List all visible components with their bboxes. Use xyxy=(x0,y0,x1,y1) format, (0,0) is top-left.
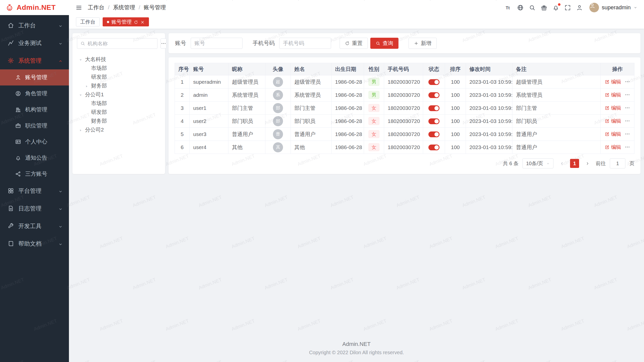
cell-phone: 18020030720 xyxy=(384,75,423,88)
account-input[interactable] xyxy=(191,38,243,49)
edit-button[interactable]: 编辑 xyxy=(605,144,621,151)
cell-gender: 女 xyxy=(364,128,384,141)
tree-more-button[interactable] xyxy=(160,38,167,49)
tree-node[interactable]: 研发部 xyxy=(77,108,160,116)
row-more-button[interactable] xyxy=(625,105,630,111)
phone-input[interactable] xyxy=(279,38,331,49)
edit-button[interactable]: 编辑 xyxy=(605,131,621,138)
theme-icon[interactable] xyxy=(541,4,547,11)
reset-button[interactable]: 重置 xyxy=(340,38,368,49)
menu-toggle-icon[interactable] xyxy=(75,4,82,11)
cell-avatar: 部 xyxy=(265,102,291,115)
search-button[interactable]: 查询 xyxy=(370,38,398,49)
row-more-button[interactable] xyxy=(625,118,630,124)
page-size-select[interactable]: 10条/页 xyxy=(522,158,553,168)
cell-account: user4 xyxy=(190,141,228,154)
status-toggle[interactable] xyxy=(428,145,439,150)
row-more-button[interactable] xyxy=(625,79,630,84)
cell-remark: 超级管理员 xyxy=(512,75,601,88)
next-page-button[interactable] xyxy=(583,159,592,168)
tools-icon xyxy=(8,223,14,229)
more-icon xyxy=(161,41,166,46)
status-toggle[interactable] xyxy=(428,92,439,98)
row-more-button[interactable] xyxy=(625,144,630,150)
sidebar-item-third-account[interactable]: 三方账号 xyxy=(0,166,69,182)
tree-search-row xyxy=(77,38,160,49)
cell-modified: 2023-01-03 10:59:44 xyxy=(466,102,512,115)
edit-button[interactable]: 编辑 xyxy=(605,92,621,98)
tree-node[interactable]: 大名科技 xyxy=(77,55,160,64)
breadcrumb-item[interactable]: 系统管理 xyxy=(113,4,135,11)
tree-node[interactable]: 市场部 xyxy=(77,64,160,72)
breadcrumb-item[interactable]: 工作台 xyxy=(88,4,104,11)
status-toggle[interactable] xyxy=(428,105,439,111)
caret-icon[interactable] xyxy=(79,57,85,62)
prev-page-button[interactable] xyxy=(557,159,566,168)
cell-status xyxy=(423,115,445,128)
user-icon xyxy=(15,74,21,80)
account-label: 账号 xyxy=(175,39,186,47)
status-toggle[interactable] xyxy=(428,131,439,137)
tree-node[interactable]: 财务部 xyxy=(77,81,160,90)
cell-gender: 男 xyxy=(364,88,384,102)
org-search-input[interactable] xyxy=(88,41,154,47)
tree-node[interactable]: 市场部 xyxy=(77,99,160,108)
tree-node[interactable]: 研发部 xyxy=(77,72,160,81)
logo-text: Admin.NET xyxy=(17,4,56,12)
row-more-button[interactable] xyxy=(625,92,630,98)
refresh-icon[interactable] xyxy=(134,20,138,24)
edit-button[interactable]: 编辑 xyxy=(605,78,621,85)
user-menu[interactable]: superadmin xyxy=(589,3,637,12)
cell-birth: 1986-06-28 xyxy=(332,75,364,88)
sidebar-item-account-manage[interactable]: 账号管理 xyxy=(0,69,69,85)
caret-icon[interactable] xyxy=(85,83,91,88)
org-tree-panel: 大名科技市场部研发部财务部分公司1市场部研发部财务部分公司2 xyxy=(72,33,165,174)
tab-account-manage[interactable]: 账号管理 xyxy=(103,17,149,26)
edit-button[interactable]: 编辑 xyxy=(605,105,621,111)
sidebar-item-business-test[interactable]: 业务测试 xyxy=(0,34,69,52)
font-size-icon[interactable]: Tt xyxy=(505,4,512,11)
sidebar-item-role-manage[interactable]: 角色管理 xyxy=(0,85,69,102)
footer: Admin.NET Copyright © 2022 Dilon All rig… xyxy=(72,336,640,362)
footer-copyright: Copyright © 2022 Dilon All rights reserv… xyxy=(72,350,640,355)
cell-ops: 编辑 xyxy=(601,102,634,115)
cell-index: 4 xyxy=(175,115,190,128)
sidebar-item-position-manage[interactable]: 职位管理 xyxy=(0,118,69,134)
caret-icon[interactable] xyxy=(79,92,85,97)
profile-icon[interactable] xyxy=(576,4,583,11)
sidebar-item-workbench[interactable]: 工作台 xyxy=(0,17,69,34)
language-icon[interactable] xyxy=(517,4,524,11)
search-icon[interactable] xyxy=(529,4,536,11)
tab-workbench[interactable]: 工作台 xyxy=(76,17,100,26)
org-icon xyxy=(15,107,21,113)
sidebar-item-system-manage[interactable]: 系统管理 xyxy=(0,52,69,69)
tree-node[interactable]: 分公司1 xyxy=(77,90,160,99)
main-column: 工作台/系统管理/账号管理 Tt superadmin 工作台账号管理 xyxy=(69,0,644,362)
close-icon[interactable] xyxy=(140,20,145,24)
cell-remark: 普通用户 xyxy=(512,141,601,154)
logo[interactable]: Admin.NET xyxy=(0,0,69,15)
bell-icon[interactable] xyxy=(552,4,559,11)
fullscreen-icon[interactable] xyxy=(564,4,571,11)
sidebar-item-platform-manage[interactable]: 平台管理 xyxy=(0,182,69,200)
sidebar-item-notice[interactable]: 通知公告 xyxy=(0,150,69,166)
sidebar-item-dev-tools[interactable]: 开发工具 xyxy=(0,217,69,235)
status-toggle[interactable] xyxy=(428,118,439,124)
sidebar-item-personal-center[interactable]: 个人中心 xyxy=(0,134,69,150)
tree-node[interactable]: 财务部 xyxy=(77,116,160,125)
row-more-button[interactable] xyxy=(625,131,630,137)
caret-icon[interactable] xyxy=(79,127,85,132)
edit-button[interactable]: 编辑 xyxy=(605,118,621,124)
app-root: Admin.NET 工作台业务测试系统管理账号管理角色管理机构管理职位管理个人中… xyxy=(0,0,644,362)
cell-gender: 女 xyxy=(364,115,384,128)
status-toggle[interactable] xyxy=(428,79,439,85)
page-number-1[interactable]: 1 xyxy=(570,159,579,168)
sidebar-item-org-manage[interactable]: 机构管理 xyxy=(0,102,69,118)
goto-page-input[interactable] xyxy=(610,158,625,168)
sidebar-item-help-docs[interactable]: 帮助文档 xyxy=(0,235,69,252)
sidebar-item-log-manage[interactable]: 日志管理 xyxy=(0,200,69,217)
cell-modified: 2023-01-03 10:59:44 xyxy=(466,128,512,141)
tree-node[interactable]: 分公司2 xyxy=(77,125,160,134)
add-button[interactable]: 新增 xyxy=(409,38,437,49)
cell-birth: 1986-06-28 xyxy=(332,115,364,128)
